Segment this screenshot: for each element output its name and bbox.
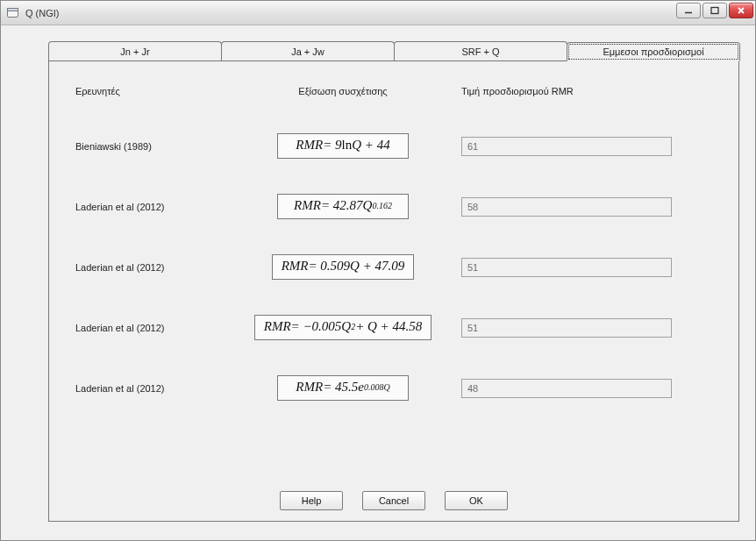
equation-box: RMR = 42.87Q0.162 bbox=[277, 194, 409, 219]
equation-box: RMR = 9lnQ + 44 bbox=[277, 133, 409, 159]
minimize-button[interactable] bbox=[676, 3, 701, 18]
button-label: Cancel bbox=[379, 495, 409, 506]
results-grid: Ερευνητές Εξίσωση συσχέτισης Τιμή προσδι… bbox=[75, 86, 712, 418]
rmr-value-field: 61 bbox=[461, 137, 672, 156]
tab-page: Ερευνητές Εξίσωση συσχέτισης Τιμή προσδι… bbox=[48, 61, 739, 522]
column-header-value: Τιμή προσδιορισμού RMR bbox=[461, 86, 712, 96]
app-window: Q (NGI) Jn + Jr Ja + Jw SRF + Q bbox=[0, 0, 756, 541]
button-label: OK bbox=[469, 495, 483, 506]
button-bar: Help Cancel OK bbox=[49, 491, 738, 510]
tab-label: Εμμεσοι προσδιορισμοί bbox=[603, 46, 703, 57]
equation-box: RMR = 45.5e0.008Q bbox=[277, 375, 409, 401]
rmr-value-field: 58 bbox=[461, 197, 672, 217]
tab-indirect-determinations[interactable]: Εμμεσοι προσδιορισμοί bbox=[567, 42, 740, 61]
equation-box: RMR = 0.509Q + 47.09 bbox=[272, 254, 415, 280]
column-header-researchers: Ερευνητές bbox=[75, 86, 225, 96]
researcher-label: Laderian et al (2012) bbox=[75, 245, 225, 290]
tab-srf-q[interactable]: SRF + Q bbox=[394, 41, 567, 61]
titlebar: Q (NGI) bbox=[1, 1, 755, 25]
rmr-value-field: 51 bbox=[461, 318, 672, 338]
rmr-value-field: 51 bbox=[461, 258, 672, 277]
window-controls bbox=[676, 3, 753, 18]
svg-rect-3 bbox=[711, 8, 718, 14]
help-button[interactable]: Help bbox=[280, 491, 343, 510]
researcher-label: Bieniawski (1989) bbox=[75, 124, 225, 169]
app-icon bbox=[6, 6, 20, 20]
client-area: Jn + Jr Ja + Jw SRF + Q Εμμεσοι προσδιορ… bbox=[1, 25, 755, 540]
tab-label: Ja + Jw bbox=[291, 46, 325, 57]
column-header-equation: Εξίσωση συσχέτισης bbox=[242, 86, 444, 96]
tab-strip: Jn + Jr Ja + Jw SRF + Q Εμμεσοι προσδιορ… bbox=[48, 41, 739, 61]
window-title: Q (NGI) bbox=[25, 8, 60, 18]
svg-rect-1 bbox=[8, 8, 18, 11]
maximize-button[interactable] bbox=[703, 3, 727, 18]
researcher-label: Laderian et al (2012) bbox=[75, 305, 225, 351]
researcher-label: Laderian et al (2012) bbox=[75, 184, 225, 230]
button-label: Help bbox=[302, 495, 322, 506]
tab-ja-jw[interactable]: Ja + Jw bbox=[221, 41, 395, 61]
tab-jn-jr[interactable]: Jn + Jr bbox=[48, 41, 222, 61]
tab-label: Jn + Jr bbox=[120, 46, 149, 57]
ok-button[interactable]: OK bbox=[445, 491, 508, 510]
close-button[interactable] bbox=[729, 3, 753, 18]
tab-label: SRF + Q bbox=[461, 46, 499, 57]
researcher-label: Laderian et al (2012) bbox=[75, 366, 225, 411]
equation-box: RMR = −0.005Q2 + Q + 44.58 bbox=[254, 315, 431, 340]
rmr-value-field: 48 bbox=[461, 379, 672, 398]
cancel-button[interactable]: Cancel bbox=[362, 491, 425, 510]
